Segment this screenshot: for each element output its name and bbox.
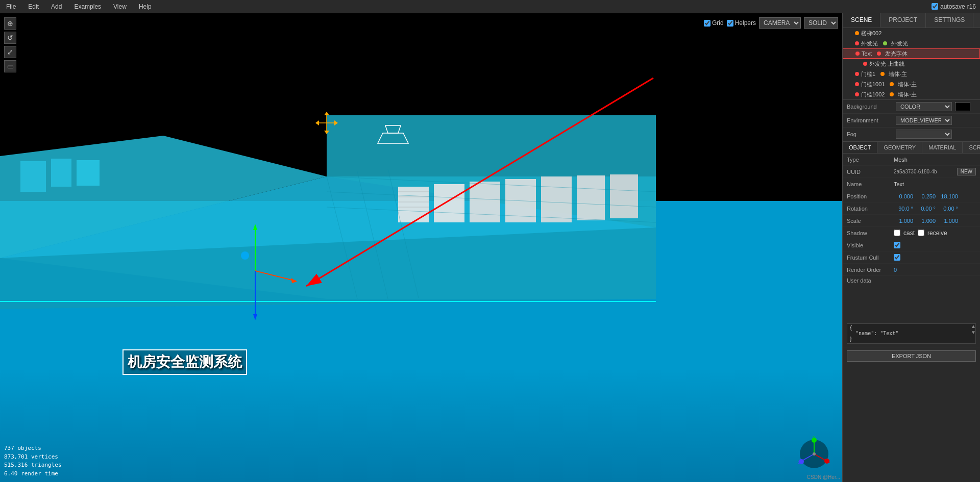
menu-view[interactable]: View — [111, 2, 129, 11]
tree-item-gate1001[interactable]: 门槛1001 墙体·主 — [843, 79, 980, 89]
environment-select[interactable]: MODELVIEWER — [896, 116, 952, 125]
background-row: Background COLOR — [843, 100, 980, 114]
tree-dot2 — [890, 92, 894, 96]
tree-item-loutti002[interactable]: 楼梯002 — [843, 28, 980, 38]
viewport[interactable]: 机房安全监测系统 ⊕ ↺ ⤢ ▭ Grid Helpers CAMERA SOL… — [0, 13, 842, 482]
tree-item-gate1002[interactable]: 门槛1002 墙体·主 — [843, 89, 980, 99]
scroll-up-btn[interactable]: ▲ — [971, 323, 976, 329]
position-z[interactable]: 18.100 — [939, 193, 958, 199]
tab-project[interactable]: PROJECT — [880, 13, 926, 28]
stat-render-time: 6.40 render time — [4, 470, 62, 478]
solid-dropdown[interactable]: SOLID — [804, 17, 838, 29]
grid-toggle[interactable]: Grid — [704, 19, 724, 27]
position-y[interactable]: 0.250 — [916, 193, 936, 199]
render-order-row: Render Order 0 — [843, 264, 980, 276]
helpers-label: Helpers — [735, 19, 756, 27]
right-panel: SCENE PROJECT SETTINGS 楼梯002 外发光 外发光 — [842, 13, 980, 482]
stats-overlay: 737 objects 873,701 vertices 515,316 tri… — [4, 444, 62, 478]
tree-item-text[interactable]: Text 发光字体 — [843, 48, 980, 59]
tab-settings[interactable]: SETTINGS — [926, 13, 973, 28]
helpers-checkbox[interactable] — [727, 20, 733, 27]
name-value: Text — [894, 181, 904, 187]
menu-file[interactable]: File — [4, 2, 18, 11]
tab-scene[interactable]: SCENE — [843, 13, 880, 28]
grid-checkbox[interactable] — [704, 20, 710, 27]
version-label: r16 — [967, 3, 976, 10]
menu-help[interactable]: Help — [137, 2, 154, 11]
uuid-value: 2a5a3730-6180-4b — [894, 169, 955, 174]
frustum-checkbox[interactable] — [894, 254, 900, 261]
rotation-x[interactable]: 90.0 ° — [894, 206, 913, 212]
tree-label2: 外发光 — [891, 40, 908, 47]
scale-z[interactable]: 1.000 — [939, 218, 958, 224]
scroll-down-btn[interactable]: ▼ — [971, 329, 976, 335]
type-row: Type Mesh — [843, 154, 980, 166]
tool-select[interactable]: ▭ — [4, 60, 16, 72]
position-xyz: 0.000 0.250 18.100 — [894, 193, 958, 199]
background-color-swatch[interactable] — [955, 102, 970, 111]
user-data-container: { "name": "Text" } ▲ ▼ — [847, 323, 976, 345]
rotation-xyz: 90.0 ° 0.00 ° 0.00 ° — [894, 206, 958, 212]
scale-y[interactable]: 1.000 — [916, 218, 936, 224]
tab-material[interactable]: MATERIAL — [922, 142, 963, 153]
visible-label: Visible — [847, 242, 892, 248]
axes-overlay: Y X Z — [796, 436, 832, 472]
scene-sky — [0, 13, 842, 201]
shadow-cast-checkbox[interactable] — [894, 230, 900, 236]
tree-label: 楼梯002 — [861, 30, 881, 37]
scale-label: Scale — [847, 218, 892, 224]
tool-move[interactable]: ⊕ — [4, 17, 16, 30]
tree-item-glow1[interactable]: 外发光 外发光 — [843, 38, 980, 48]
tool-rotate[interactable]: ↺ — [4, 32, 16, 44]
tree-dot — [863, 62, 867, 66]
svg-text:Z: Z — [798, 460, 801, 465]
menu-bar: File Edit Add Examples View Help autosav… — [0, 0, 980, 13]
tool-scale[interactable]: ⤢ — [4, 46, 16, 58]
tree-dot2 — [877, 52, 881, 56]
menu-add[interactable]: Add — [49, 2, 64, 11]
tree-dot2 — [880, 72, 885, 76]
environment-label: Environment — [847, 117, 893, 123]
stat-objects: 737 objects — [4, 444, 62, 453]
name-row: Name Text — [843, 178, 980, 190]
rotation-y[interactable]: 0.00 ° — [916, 206, 936, 212]
background-select[interactable]: COLOR — [896, 102, 952, 111]
user-data-label: User data — [847, 277, 871, 322]
fog-label: Fog — [847, 131, 893, 137]
camera-dropdown[interactable]: CAMERA — [759, 17, 801, 29]
helpers-toggle[interactable]: Helpers — [727, 19, 756, 27]
position-row: Position 0.000 0.250 18.100 — [843, 190, 980, 202]
menu-edit[interactable]: Edit — [26, 2, 41, 11]
autosave-checkbox[interactable] — [932, 3, 938, 10]
shadow-checks: cast receive — [894, 230, 947, 237]
visible-checkbox[interactable] — [894, 242, 900, 248]
scene-label: 机房安全监测系统 — [122, 349, 247, 375]
shadow-receive-checkbox[interactable] — [918, 230, 924, 236]
tree-label: 门槛1001 — [861, 81, 885, 88]
tree-item-gate1[interactable]: 门槛1 墙体·主 — [843, 69, 980, 79]
render-order-value[interactable]: 0 — [894, 267, 897, 273]
fog-select[interactable] — [896, 130, 952, 139]
shadow-receive-label: receive — [927, 230, 947, 237]
tree-item-curve[interactable]: 外发光·上曲线 — [843, 59, 980, 69]
uuid-label: UUID — [847, 169, 892, 175]
svg-text:X: X — [827, 460, 830, 464]
user-data-scroll: ▲ ▼ — [971, 323, 976, 335]
position-x[interactable]: 0.000 — [894, 193, 913, 199]
position-label: Position — [847, 193, 892, 199]
tab-geometry[interactable]: GEOMETRY — [877, 142, 922, 153]
viewport-top-controls: Grid Helpers CAMERA SOLID — [704, 17, 838, 29]
tab-object[interactable]: OBJECT — [843, 142, 877, 153]
stat-vertices: 873,701 vertices — [4, 453, 62, 462]
scale-x[interactable]: 1.000 — [894, 218, 913, 224]
tree-dot — [855, 92, 859, 96]
user-data-textarea[interactable]: { "name": "Text" } — [847, 323, 976, 344]
tab-script[interactable]: SCRIPT — [963, 142, 980, 153]
menu-examples[interactable]: Examples — [72, 2, 103, 11]
export-json-button[interactable]: EXPORT JSON — [847, 350, 976, 362]
new-uuid-button[interactable]: NEW — [957, 168, 976, 175]
tree-dot2 — [883, 41, 887, 45]
tree-label2: 墙体·主 — [898, 81, 916, 88]
rotation-z[interactable]: 0.00 ° — [939, 206, 958, 212]
scale-row: Scale 1.000 1.000 1.000 — [843, 215, 980, 227]
